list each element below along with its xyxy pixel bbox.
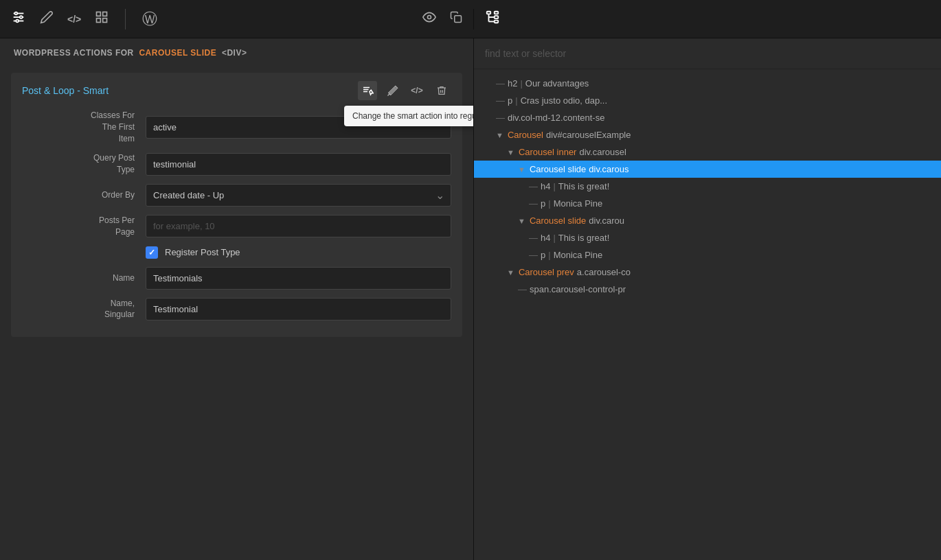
- tree-separator: |: [553, 181, 555, 191]
- query-post-type-input[interactable]: [146, 153, 451, 176]
- posts-per-page-row: Posts PerPage: [22, 215, 451, 238]
- name-singular-row: Name,Singular: [22, 298, 451, 321]
- tree-icon[interactable]: [485, 10, 500, 28]
- name-singular-input[interactable]: [146, 298, 451, 320]
- tree-dash-icon: —: [529, 198, 538, 209]
- header-prefix: WORDPRESS ACTIONS FOR: [14, 48, 134, 58]
- tree-tag-carousel-slide-2: div.carou: [589, 215, 624, 226]
- order-by-label: Order By: [22, 189, 146, 201]
- sliders-icon[interactable]: [11, 10, 26, 28]
- tree-tag-div-col: div.col-md-12.content-se: [508, 113, 604, 123]
- svg-rect-11: [455, 16, 462, 23]
- svg-point-4: [20, 16, 23, 19]
- tree-dash-icon: —: [518, 284, 527, 294]
- tree-toggle-icon: ▼: [518, 217, 525, 225]
- tree-toggle-icon: ▼: [507, 268, 514, 277]
- svg-rect-13: [495, 12, 499, 14]
- header-suffix: <div>: [222, 48, 247, 58]
- tree-label-p-monica-1: Monica Pine: [554, 198, 603, 209]
- toolbar-left: </> Ⓦ: [0, 9, 474, 30]
- tree-item-span-control[interactable]: — span.carousel-control-pr: [474, 281, 941, 298]
- grid-icon[interactable]: [95, 10, 109, 27]
- tree-label-h4-great-1: This is great!: [558, 181, 609, 191]
- action-block-header: Post & Loop - Smart Change the smart act…: [22, 81, 451, 100]
- tree-item-p-cras[interactable]: — p | Cras justo odio, dap...: [474, 92, 941, 109]
- register-post-type-checkbox[interactable]: [146, 246, 158, 259]
- tree-label-carousel-inner: Carousel inner: [519, 147, 577, 157]
- svg-point-10: [428, 16, 431, 19]
- tree-item-h2-advantages[interactable]: — h2 | Our advantages: [474, 75, 941, 92]
- eye-icon[interactable]: [422, 10, 436, 27]
- tree-tag-carousel-slide-1: div.carous: [589, 164, 628, 174]
- tree-tag-h2: h2: [508, 78, 517, 89]
- tree-dash-icon: —: [496, 113, 505, 123]
- tree-label-carousel-slide-1: Carousel slide: [530, 164, 586, 174]
- tree-item-p-monica-1[interactable]: — p | Monica Pine: [474, 195, 941, 212]
- toolbar-right: [474, 10, 511, 28]
- tree-container: — h2 | Our advantages — p | Cras justo o…: [474, 69, 941, 303]
- wand-button[interactable]: [383, 81, 402, 100]
- query-post-type-row: Query PostType: [22, 152, 451, 176]
- search-input[interactable]: [485, 48, 930, 59]
- tree-tag-p: p: [508, 95, 512, 106]
- tree-separator: |: [515, 95, 517, 106]
- tree-dash-icon: —: [529, 233, 538, 243]
- tree-item-div-col[interactable]: — div.col-md-12.content-se: [474, 109, 941, 126]
- smart-action-button[interactable]: [358, 81, 377, 100]
- svg-point-5: [16, 20, 19, 23]
- tree-separator: |: [520, 78, 522, 89]
- top-toolbar: </> Ⓦ: [0, 0, 941, 38]
- tree-dash-icon: —: [529, 181, 538, 191]
- tree-tag-span-control: span.carousel-control-pr: [530, 284, 626, 294]
- tree-item-carousel[interactable]: ▼ Carousel div#carouselExample: [474, 126, 941, 143]
- tree-item-carousel-slide-1[interactable]: ▼ Carousel slide div.carous: [474, 161, 941, 178]
- tree-toggle-icon: ▼: [518, 165, 525, 174]
- tree-tag-h4: h4: [541, 181, 550, 191]
- code-icon[interactable]: </>: [67, 14, 81, 25]
- tree-item-carousel-slide-2[interactable]: ▼ Carousel slide div.carou: [474, 212, 941, 229]
- panel-header: WORDPRESS ACTIONS FOR Carousel slide <di…: [0, 38, 473, 67]
- tree-tag-carousel-prev: a.carousel-co: [577, 267, 631, 277]
- tree-item-carousel-prev[interactable]: ▼ Carousel prev a.carousel-co: [474, 264, 941, 281]
- left-panel: WORDPRESS ACTIONS FOR Carousel slide <di…: [0, 38, 474, 560]
- header-highlight: Carousel slide: [139, 48, 216, 58]
- code-action-button[interactable]: </>: [407, 81, 427, 100]
- main-layout: WORDPRESS ACTIONS FOR Carousel slide <di…: [0, 38, 941, 560]
- svg-rect-12: [487, 12, 491, 14]
- classes-label: Classes ForThe FirstItem: [22, 110, 146, 144]
- tree-label-carousel: Carousel: [508, 130, 543, 140]
- wordpress-icon[interactable]: Ⓦ: [142, 9, 157, 30]
- svg-rect-6: [97, 12, 101, 16]
- register-post-type-label: Register Post Type: [165, 247, 240, 257]
- posts-per-page-input[interactable]: [146, 215, 451, 237]
- name-input[interactable]: [146, 267, 451, 290]
- order-by-select[interactable]: Created date - Up Created date - Down Ti…: [146, 184, 451, 207]
- pen-icon[interactable]: [40, 10, 54, 27]
- tree-label-p-monica-2: Monica Pine: [554, 250, 603, 260]
- copy-icon[interactable]: [450, 11, 462, 27]
- tree-tag-h4-2: h4: [541, 233, 550, 243]
- tree-tag-p-monica: p: [541, 198, 545, 209]
- tree-dash-icon: —: [529, 250, 538, 260]
- tree-label-h2: Our advantages: [525, 78, 589, 89]
- tree-item-h4-great-2[interactable]: — h4 | This is great!: [474, 229, 941, 246]
- action-icons: Change the smart action into regular WP …: [358, 81, 451, 100]
- tree-item-p-monica-2[interactable]: — p | Monica Pine: [474, 246, 941, 264]
- trash-button[interactable]: [432, 81, 451, 100]
- query-post-type-label: Query PostType: [22, 152, 146, 176]
- tree-item-carousel-inner[interactable]: ▼ Carousel inner div.carousel: [474, 143, 941, 161]
- tree-dash-icon: —: [496, 78, 505, 89]
- tree-tag-carousel-inner: div.carousel: [579, 147, 626, 157]
- svg-point-3: [15, 12, 18, 15]
- tree-tag-carousel: div#carouselExample: [546, 130, 631, 140]
- tree-tag-p-monica-2: p: [541, 250, 545, 260]
- tree-label-p-cras: Cras justo odio, dap...: [521, 95, 607, 106]
- tree-label-h4-great-2: This is great!: [558, 233, 609, 243]
- order-by-select-wrapper: Created date - Up Created date - Down Ti…: [146, 184, 451, 207]
- order-by-row: Order By Created date - Up Created date …: [22, 184, 451, 207]
- tree-separator: |: [548, 250, 550, 260]
- tree-toggle-icon: ▼: [507, 148, 514, 156]
- register-post-type-row: Register Post Type: [22, 246, 451, 259]
- right-panel: — h2 | Our advantages — p | Cras justo o…: [474, 38, 941, 560]
- tree-item-h4-great-1[interactable]: — h4 | This is great!: [474, 178, 941, 195]
